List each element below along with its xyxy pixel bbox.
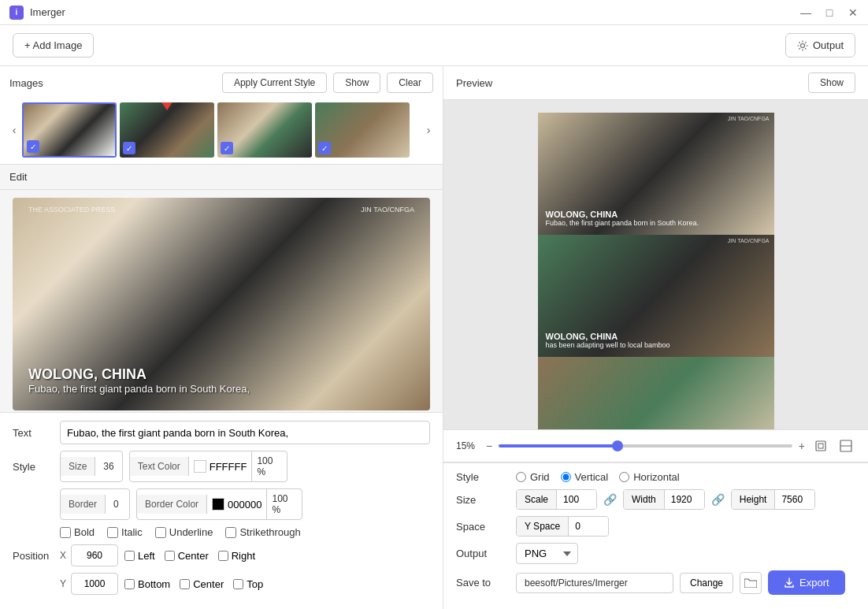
export-button[interactable]: Export xyxy=(768,570,845,595)
show-images-button[interactable]: Show xyxy=(333,72,380,93)
save-path: beesoft/Pictures/Imerger xyxy=(516,573,673,593)
height-input[interactable] xyxy=(775,490,814,509)
border-color-preview[interactable]: 000000 xyxy=(207,496,266,513)
zoom-slider[interactable] xyxy=(499,444,792,447)
width-label: Width xyxy=(624,490,665,509)
border-color-hex: 000000 xyxy=(228,499,262,511)
grid-radio[interactable]: Grid xyxy=(516,471,550,483)
minimize-button[interactable]: — xyxy=(800,7,811,18)
preview-text-sub-1: Fubao, the first giant panda born in Sou… xyxy=(546,219,699,227)
full-size-button[interactable] xyxy=(836,436,855,455)
center-checkbox[interactable]: Center xyxy=(165,550,209,562)
size-label: Size xyxy=(61,457,95,476)
apply-style-button[interactable]: Apply Current Style xyxy=(222,72,327,93)
title-bar: i Imerger — □ ✕ xyxy=(0,0,868,25)
strikethrough-checkbox[interactable]: Strikethrough xyxy=(225,526,300,538)
y-space-input[interactable] xyxy=(569,517,608,536)
add-image-button[interactable]: + Add Image xyxy=(13,33,94,58)
grid-input[interactable] xyxy=(516,472,526,482)
fit-screen-icon xyxy=(814,440,827,452)
vertical-radio[interactable]: Vertical xyxy=(561,471,609,483)
vertical-input[interactable] xyxy=(561,472,571,482)
strikethrough-input[interactable] xyxy=(225,527,236,538)
y-input[interactable] xyxy=(71,573,118,595)
preview-image-2: JIN TAO/CNFGA WOLONG, CHINA has been ada… xyxy=(538,235,774,357)
border-group: Border 0 xyxy=(60,488,130,520)
settings-label: Output xyxy=(813,39,844,51)
text-color-preview[interactable]: FFFFFF xyxy=(189,458,252,475)
thumbnail-2[interactable] xyxy=(120,102,214,158)
settings-button[interactable]: Output xyxy=(785,33,855,58)
border-color-box xyxy=(212,498,224,511)
style-setting-row: Style Grid Vertical Horizontal xyxy=(456,471,855,483)
right-label: Right xyxy=(232,550,255,562)
underline-checkbox[interactable]: Underline xyxy=(155,526,213,538)
thumbnail-4[interactable] xyxy=(315,102,410,158)
border-controls: Border 0 Border Color 000000 100 % xyxy=(60,488,302,520)
bottom-label: Bottom xyxy=(138,578,170,590)
zoom-out-icon[interactable]: − xyxy=(486,440,492,452)
right-input[interactable] xyxy=(218,551,228,561)
fit-screen-button[interactable] xyxy=(811,436,830,455)
horizontal-input[interactable] xyxy=(619,472,629,482)
bold-input[interactable] xyxy=(60,527,71,538)
close-button[interactable]: ✕ xyxy=(848,7,859,18)
width-input[interactable] xyxy=(665,490,704,509)
vertical-label: Vertical xyxy=(575,471,609,483)
center2-input[interactable] xyxy=(180,579,190,589)
thumbnail-3[interactable] xyxy=(217,102,312,158)
maximize-button[interactable]: □ xyxy=(824,7,835,18)
show-preview-button[interactable]: Show xyxy=(808,72,855,93)
export-label: Export xyxy=(799,577,829,589)
top-input[interactable] xyxy=(233,579,243,589)
output-select[interactable]: PNG JPG WEBP xyxy=(516,543,578,564)
preview-text-1: WOLONG, CHINA Fubao, the first giant pan… xyxy=(546,210,699,227)
y-space-label: Y Space xyxy=(517,517,569,536)
underline-input[interactable] xyxy=(155,527,166,538)
text-input[interactable] xyxy=(60,421,430,444)
left-panel: Images Apply Current Style Show Clear ‹ xyxy=(0,66,443,609)
size-group: Size 36 xyxy=(60,451,123,482)
canvas-text-sub: Fubao, the first giant panda born in Sou… xyxy=(28,383,250,395)
top-checkbox[interactable]: Top xyxy=(233,578,263,590)
center-input[interactable] xyxy=(165,551,175,561)
italic-input[interactable] xyxy=(107,527,118,538)
x-input[interactable] xyxy=(71,544,118,566)
italic-checkbox[interactable]: Italic xyxy=(107,526,143,538)
right-checkbox[interactable]: Right xyxy=(218,550,255,562)
position-controls-1: X Left Center xyxy=(60,544,255,566)
border-value[interactable]: 0 xyxy=(106,495,129,514)
style-label: Style xyxy=(13,461,60,473)
italic-label: Italic xyxy=(121,526,143,538)
border-color-group: Border Color 000000 100 % xyxy=(136,488,302,520)
preview-header: Preview Show xyxy=(443,66,868,100)
clear-button[interactable]: Clear xyxy=(387,72,433,93)
y-label: Y xyxy=(60,578,66,589)
width-link-icon[interactable]: 🔗 xyxy=(711,493,725,506)
bold-checkbox[interactable]: Bold xyxy=(60,526,95,538)
horizontal-radio[interactable]: Horizontal xyxy=(619,471,680,483)
scale-input[interactable] xyxy=(557,490,596,509)
canvas-watermark-right: JIN TAO/CNFGA xyxy=(361,206,414,214)
left-input[interactable] xyxy=(124,551,135,561)
change-path-button[interactable]: Change xyxy=(680,573,733,593)
text-color-pct[interactable]: 100 % xyxy=(251,451,287,481)
strip-next-arrow[interactable]: › xyxy=(421,122,436,138)
open-folder-button[interactable] xyxy=(740,572,762,594)
scale-link-icon[interactable]: 🔗 xyxy=(603,493,617,506)
strip-prev-arrow[interactable]: ‹ xyxy=(6,122,22,138)
x-group: X xyxy=(60,544,118,566)
center2-checkbox[interactable]: Center xyxy=(180,578,224,590)
zoom-in-icon[interactable]: + xyxy=(799,440,805,452)
preview-area[interactable]: JIN TAO/CNFGA WOLONG, CHINA Fubao, the f… xyxy=(443,100,868,429)
thumbnail-1[interactable] xyxy=(22,102,117,158)
bottom-input[interactable] xyxy=(124,579,135,589)
format-checkboxes-row: Bold Italic Underline Strikethrough xyxy=(13,526,430,538)
left-checkbox[interactable]: Left xyxy=(124,550,155,562)
images-strip: ‹ xyxy=(0,99,443,164)
center2-label: Center xyxy=(193,578,224,590)
size-value[interactable]: 36 xyxy=(95,457,121,476)
preview-text-main-2: WOLONG, CHINA xyxy=(546,332,670,341)
bottom-checkbox[interactable]: Bottom xyxy=(124,578,170,590)
border-color-pct[interactable]: 100 % xyxy=(266,489,302,519)
